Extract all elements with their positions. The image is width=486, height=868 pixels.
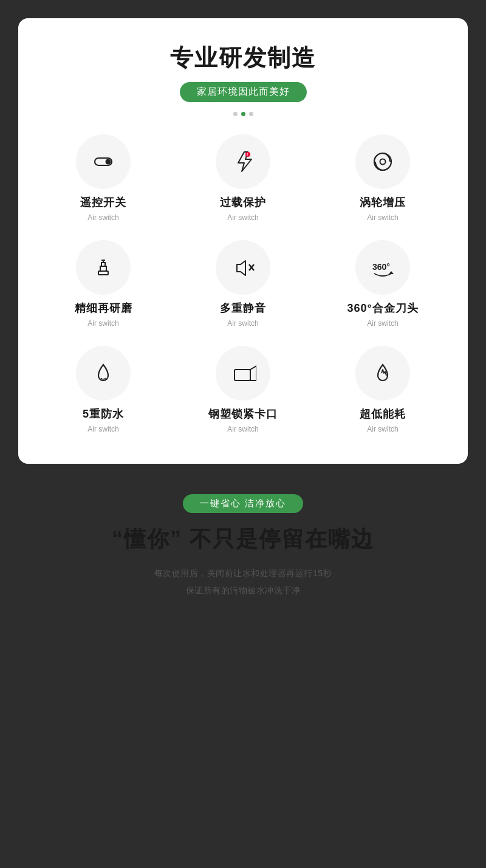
icon-circle-energy (355, 346, 410, 401)
svg-rect-16 (234, 370, 250, 381)
feature-title-lock: 钢塑锁紧卡口 (208, 407, 278, 421)
360-icon: 360° (369, 254, 396, 281)
feature-waterproof: 5重防水 Air switch (36, 346, 170, 433)
feature-silent: 多重静音 Air switch (176, 240, 310, 328)
feature-sub-overload: Air switch (227, 213, 258, 222)
icon-circle-droplet (76, 346, 131, 401)
feature-title-energy: 超低能耗 (360, 407, 406, 421)
icon-circle-camera (216, 346, 270, 401)
svg-text:360°: 360° (372, 262, 390, 272)
svg-point-1 (106, 159, 111, 165)
bottom-desc-line2: 保证所有的污物被水冲洗干净 (18, 582, 468, 599)
svg-rect-7 (100, 266, 106, 271)
feature-blade360: 360° 360°合金刀头 Air switch (316, 240, 450, 328)
icon-circle-lightning: ! (216, 134, 270, 189)
dot-1 (233, 112, 238, 116)
dot-2[interactable] (241, 112, 245, 116)
toggle-icon (90, 148, 117, 175)
svg-point-4 (374, 153, 391, 170)
feature-remote-switch: 遥控开关 Air switch (36, 134, 170, 222)
droplet-icon (90, 360, 117, 387)
svg-marker-17 (250, 366, 256, 381)
card-subtitle-badge: 家居环境因此而美好 (180, 82, 307, 102)
lightning-icon: ! (230, 148, 256, 175)
main-card: 专业研发制造 家居环境因此而美好 遥控开关 Air switch (18, 18, 468, 464)
icon-circle-360: 360° (355, 240, 410, 295)
bottom-badge: 一键省心 洁净放心 (183, 494, 303, 513)
feature-title-silent: 多重静音 (220, 301, 266, 315)
dot-3 (249, 112, 253, 116)
feature-turbo: 涡轮增压 Air switch (316, 134, 450, 222)
pagination-dots (36, 112, 450, 116)
icon-circle-toggle (76, 134, 131, 189)
svg-text:!: ! (247, 153, 248, 157)
icon-circle-turbo (355, 134, 410, 189)
feature-sub-waterproof: Air switch (87, 425, 118, 433)
feature-sub-grind: Air switch (87, 319, 118, 328)
camera-icon (230, 360, 256, 387)
feature-title-waterproof: 5重防水 (83, 407, 124, 421)
feature-sub-blade360: Air switch (367, 319, 398, 328)
bottom-section: 一键省心 洁净放心 “懂你” 不只是停留在嘴边 每次使用后，关闭前让水和处理器再… (18, 494, 468, 611)
feature-energy: 超低能耗 Air switch (316, 346, 450, 433)
feature-sub-energy: Air switch (367, 425, 398, 433)
feature-title-blade360: 360°合金刀头 (347, 301, 418, 315)
feature-grind: 精细再研磨 Air switch (36, 240, 170, 328)
card-header: 专业研发制造 家居环境因此而美好 (36, 43, 450, 116)
svg-point-5 (380, 159, 386, 165)
energy-icon (369, 360, 396, 387)
turbo-icon (369, 148, 396, 175)
features-grid: 遥控开关 Air switch ! 过载保护 Air switch (36, 134, 450, 433)
icon-circle-mute (216, 240, 270, 295)
feature-sub-turbo: Air switch (367, 213, 398, 222)
feature-title-turbo: 涡轮增压 (360, 195, 406, 210)
feature-title-grind: 精细再研磨 (75, 301, 132, 315)
feature-sub-lock: Air switch (227, 425, 258, 433)
feature-lock: 钢塑锁紧卡口 Air switch (176, 346, 310, 433)
svg-rect-8 (101, 263, 105, 266)
feature-sub-silent: Air switch (227, 319, 258, 328)
feature-title-overload: 过载保护 (220, 195, 266, 210)
mute-icon (230, 254, 256, 281)
card-title: 专业研发制造 (36, 43, 450, 74)
bottom-desc-line1: 每次使用后，关闭前让水和处理器再运行15秒 (18, 565, 468, 582)
bottom-desc: 每次使用后，关闭前让水和处理器再运行15秒 保证所有的污物被水冲洗干净 (18, 565, 468, 599)
feature-sub-remote: Air switch (87, 213, 118, 222)
bottom-main-title: “懂你” 不只是停留在嘴边 (18, 525, 468, 554)
grinder-icon (90, 254, 117, 281)
feature-overload: ! 过载保护 Air switch (176, 134, 310, 222)
feature-title-remote: 遥控开关 (80, 195, 126, 210)
icon-circle-grinder (76, 240, 131, 295)
